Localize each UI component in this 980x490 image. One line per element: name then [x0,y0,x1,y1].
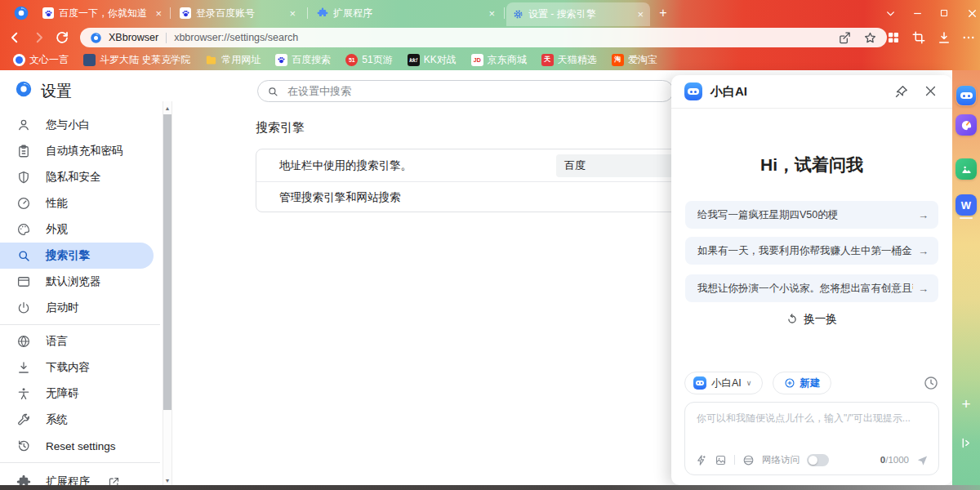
tab-baidu-home[interactable]: 百度一下，你就知道 × [36,2,168,24]
scrollbar-up-arrow[interactable]: ▲ [163,103,172,113]
ai-model-selector[interactable]: 小白AI ∨ [684,372,763,394]
sidebar-item-you[interactable]: 您与小白 [0,112,154,138]
sidebar-scrollbar-thumb[interactable] [163,114,172,410]
network-access-toggle[interactable] [807,454,829,466]
sidebar-item-appearance[interactable]: 外观 [0,216,154,243]
taobao-icon: 淘 [612,54,624,66]
arrow-right-icon: → [918,209,929,221]
tab-close-icon[interactable]: × [289,8,296,19]
tab-search-chevron-icon[interactable] [883,6,898,20]
sidebar-item-system[interactable]: 系统 [0,407,154,433]
theme-palette-shortcut[interactable] [956,114,977,136]
forward-button[interactable] [31,29,47,46]
bookmark-label: 百度搜索 [292,53,331,67]
plus-circle-icon [784,377,795,389]
window-close-button[interactable] [964,6,979,20]
bookmark-aitaobao[interactable]: 淘 爱淘宝 [605,51,664,69]
pin-icon[interactable] [893,84,909,100]
close-panel-icon[interactable] [924,84,939,100]
download-icon [16,360,31,375]
ai-panel-header: 小白AI [671,75,952,109]
bookmark-baidu-search[interactable]: 百度搜索 [269,51,337,69]
reset-clock-icon [16,439,31,453]
tab-settings-active[interactable]: 设置 - 搜索引擎 × [506,2,650,26]
screenshot-icon[interactable] [911,29,927,46]
bookmark-folder-common[interactable]: 常用网址 [198,51,267,69]
sidebar-item-accessibility[interactable]: 无障碍 [0,381,154,407]
image-upload-icon[interactable] [715,454,727,466]
browser-window: 百度一下，你就知道 × 登录百度账号 × 扩展程序 × 设置 - 搜索引擎 × [0,0,980,490]
sidebar-item-default-browser[interactable]: 默认浏览器 [0,269,154,295]
url-text[interactable]: xbbrowser://settings/search [174,32,298,43]
history-clock-icon[interactable] [923,375,939,391]
sidebar-item-performance[interactable]: 性能 [0,190,154,216]
skills-wand-icon[interactable] [695,454,707,466]
ai-robot-icon [956,86,976,105]
toolbar-divider [734,455,735,465]
menu-dots-icon[interactable] [960,29,977,46]
bookmark-51games[interactable]: 51 51页游 [339,51,399,69]
sidebar-item-startup[interactable]: 启动时 [0,295,154,321]
new-tab-button[interactable]: + [656,6,670,20]
tab-close-icon[interactable]: × [637,9,644,20]
bookmark-jd[interactable]: JD 京东商城 [465,51,533,69]
sidebar-item-autofill[interactable]: 自动填充和密码 [0,138,154,164]
tab-title: 登录百度账号 [196,7,284,20]
refresh-suggestions-button[interactable]: 换一换 [671,312,952,327]
sidebar-item-privacy[interactable]: 隐私和安全 [0,164,154,190]
bookmark-kk[interactable]: kk! KK对战 [401,51,463,69]
bookmark-label: 常用网址 [221,53,261,67]
network-globe-icon[interactable] [742,454,755,466]
download-icon[interactable] [936,29,952,46]
scrollbar-down-arrow[interactable]: ▼ [163,475,172,485]
tab-title: 扩展程序 [333,7,483,20]
apps-grid-icon[interactable] [885,29,902,46]
ai-greeting: Hi，试着问我 [671,154,952,176]
search-icon [16,248,31,263]
settings-page-title: 设置 [41,81,72,102]
chevron-down-icon: ∨ [746,379,752,387]
ai-assistant-panel: 小白AI Hi，试着问我 给我写一篇疯狂星期四V50的梗 → 如果有一天，我要利… [671,75,952,485]
address-bar[interactable]: XBbrowser xbbrowser://settings/search [80,28,887,47]
site-thumbnail-icon [83,54,96,66]
jd-icon: JD [471,54,483,66]
window-maximize-button[interactable] [937,6,951,20]
accessibility-icon [16,386,31,401]
window-minimize-button[interactable] [910,6,924,20]
ai-suggestion-card[interactable]: 如果有一天，我要利用你帮我赚人生中第一桶金，... → [685,237,938,265]
screenshot-tool-shortcut[interactable] [956,158,977,180]
browser-logo-icon[interactable] [13,5,29,21]
bookmark-star-icon[interactable] [863,31,877,45]
share-icon[interactable] [838,31,852,45]
bookmark-douluo[interactable]: 斗罗大陆 史莱克学院 [77,51,197,69]
ai-suggestion-card[interactable]: 我想让你扮演一个小说家。您将想出富有创意且引... → [685,274,938,302]
ai-suggestion-card[interactable]: 给我写一篇疯狂星期四V50的梗 → [685,201,938,229]
window-bottom-edge [0,485,980,490]
sidebar-divider [0,324,160,325]
sidebar-item-reset[interactable]: Reset settings [0,433,154,459]
ai-input-box[interactable]: 网络访问 0/1000 [684,402,939,475]
ai-message-input[interactable] [695,410,930,446]
ai-robot-icon [693,376,706,390]
sidebar-item-languages[interactable]: 语言 [0,328,154,354]
add-shortcut-button[interactable]: + [952,395,980,413]
collapse-strip-button[interactable] [952,436,980,453]
send-icon[interactable] [916,454,929,466]
ai-assistant-shortcut[interactable] [956,85,977,106]
search-icon [267,86,278,97]
tab-close-icon[interactable]: × [155,8,162,19]
sidebar-item-search-engine[interactable]: 搜索引擎 [0,243,154,269]
tab-close-icon[interactable]: × [488,8,495,19]
sidebar-item-downloads[interactable]: 下载内容 [0,354,154,381]
tab-baidu-login[interactable]: 登录百度账号 × [173,2,302,24]
shield-icon [16,170,31,185]
bookmark-tmall[interactable]: 天 天猫精选 [535,51,604,69]
settings-logo-icon [15,80,33,98]
new-chat-button[interactable]: 新建 [773,372,831,394]
wps-shortcut[interactable]: W [956,194,977,216]
reload-button[interactable] [54,29,70,46]
back-button[interactable] [7,29,23,46]
bookmark-wenxin[interactable]: 文心一言 [7,51,75,69]
settings-search-input[interactable] [257,80,674,102]
tab-extensions[interactable]: 扩展程序 × [310,2,501,24]
